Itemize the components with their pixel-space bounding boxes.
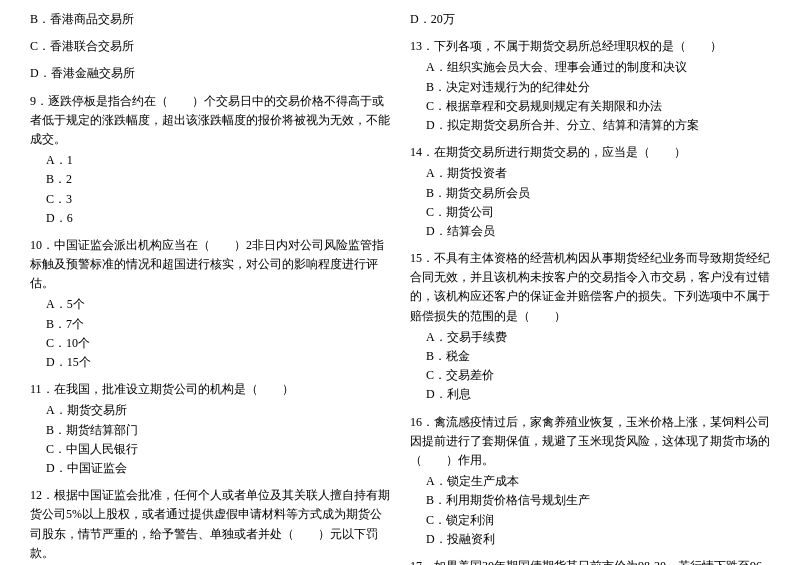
two-column-layout: B．香港商品交易所 C．香港联合交易所 D．香港金融交易所 9．逐跌停板是指合约… [30, 10, 770, 565]
question-9-text: 9．逐跌停板是指合约在（ ）个交易日中的交易价格不得高于或者低于规定的涨跌幅度，… [30, 92, 390, 150]
q15-option-b: B．税金 [426, 347, 770, 366]
question-10-options: A．5个 B．7个 C．10个 D．15个 [30, 295, 390, 372]
question-14-options: A．期货投资者 B．期货交易所会员 C．期货公司 D．结算会员 [410, 164, 770, 241]
question-16: 16．禽流感疫情过后，家禽养殖业恢复，玉米价格上涨，某饲料公司因提前进行了套期保… [410, 413, 770, 549]
question-12: 12．根据中国证监会批准，任何个人或者单位及其关联人擅自持有期货公司5%以上股权… [30, 486, 390, 565]
q13-option-d: D．拟定期货交易所合并、分立、结算和清算的方案 [426, 116, 770, 135]
q15-option-a: A．交易手续费 [426, 328, 770, 347]
q13-option-a: A．组织实施会员大会、理事会通过的制度和决议 [426, 58, 770, 77]
q13-option-b: B．决定对违规行为的纪律处分 [426, 78, 770, 97]
question-10-text: 10．中国证监会派出机构应当在（ ）2非日内对公司风险监管指标触及预警标准的情况… [30, 236, 390, 294]
question-11-text: 11．在我国，批准设立期货公司的机构是（ ） [30, 380, 390, 399]
exam-page: B．香港商品交易所 C．香港联合交易所 D．香港金融交易所 9．逐跌停板是指合约… [30, 10, 770, 565]
q14-option-b: B．期货交易所会员 [426, 184, 770, 203]
question-13-options: A．组织实施会员大会、理事会通过的制度和决议 B．决定对违规行为的纪律处分 C．… [410, 58, 770, 135]
q15-option-d: D．利息 [426, 385, 770, 404]
q10-option-b: B．7个 [46, 315, 390, 334]
q9-option-a: A．1 [46, 151, 390, 170]
question-12-text: 12．根据中国证监会批准，任何个人或者单位及其关联人擅自持有期货公司5%以上股权… [30, 486, 390, 563]
q16-option-a: A．锁定生产成本 [426, 472, 770, 491]
question-10: 10．中国证监会派出机构应当在（ ）2非日内对公司风险监管指标触及预警标准的情况… [30, 236, 390, 372]
q16-option-b: B．利用期货价格信号规划生产 [426, 491, 770, 510]
question-13-text: 13．下列各项，不属于期货交易所总经理职权的是（ ） [410, 37, 770, 56]
question-17-text: 17．如果美国30年期国债期货某日前市价为98-30，若行情下跌至96-10，客… [410, 557, 770, 565]
q11-option-c: C．中国人民银行 [46, 440, 390, 459]
q10-option-c: C．10个 [46, 334, 390, 353]
option-text: B．香港商品交易所 [30, 10, 390, 29]
q13-option-c: C．根据章程和交易规则规定有关期限和办法 [426, 97, 770, 116]
left-column: B．香港商品交易所 C．香港联合交易所 D．香港金融交易所 9．逐跌停板是指合约… [30, 10, 390, 565]
q11-option-a: A．期货交易所 [46, 401, 390, 420]
option-d-20: D．20万 [410, 10, 770, 29]
q11-option-b: B．期货结算部门 [46, 421, 390, 440]
option-text: C．香港联合交易所 [30, 37, 390, 56]
q14-option-a: A．期货投资者 [426, 164, 770, 183]
question-14-text: 14．在期货交易所进行期货交易的，应当是（ ） [410, 143, 770, 162]
question-15-text: 15．不具有主体资格的经营机构因从事期货经纪业务而导致期货经纪合同无效，并且该机… [410, 249, 770, 326]
option-c-hk-united: C．香港联合交易所 [30, 37, 390, 56]
q14-option-c: C．期货公司 [426, 203, 770, 222]
question-15: 15．不具有主体资格的经营机构因从事期货经纪业务而导致期货经纪合同无效，并且该机… [410, 249, 770, 405]
q14-option-d: D．结算会员 [426, 222, 770, 241]
question-17: 17．如果美国30年期国债期货某日前市价为98-30，若行情下跌至96-10，客… [410, 557, 770, 565]
question-14: 14．在期货交易所进行期货交易的，应当是（ ） A．期货投资者 B．期货交易所会… [410, 143, 770, 241]
q16-option-c: C．锁定利润 [426, 511, 770, 530]
q9-option-d: D．6 [46, 209, 390, 228]
question-9: 9．逐跌停板是指合约在（ ）个交易日中的交易价格不得高于或者低于规定的涨跌幅度，… [30, 92, 390, 228]
option-b-hk-commodity: B．香港商品交易所 [30, 10, 390, 29]
option-d-hk-finance: D．香港金融交易所 [30, 64, 390, 83]
question-13: 13．下列各项，不属于期货交易所总经理职权的是（ ） A．组织实施会员大会、理事… [410, 37, 770, 135]
question-11: 11．在我国，批准设立期货公司的机构是（ ） A．期货交易所 B．期货结算部门 … [30, 380, 390, 478]
q9-option-c: C．3 [46, 190, 390, 209]
q10-option-d: D．15个 [46, 353, 390, 372]
question-9-options: A．1 B．2 C．3 D．6 [30, 151, 390, 228]
q16-option-d: D．投融资利 [426, 530, 770, 549]
question-15-options: A．交易手续费 B．税金 C．交易差价 D．利息 [410, 328, 770, 405]
q11-option-d: D．中国证监会 [46, 459, 390, 478]
q15-option-c: C．交易差价 [426, 366, 770, 385]
right-column: D．20万 13．下列各项，不属于期货交易所总经理职权的是（ ） A．组织实施会… [410, 10, 770, 565]
option-text: D．20万 [410, 10, 770, 29]
q10-option-a: A．5个 [46, 295, 390, 314]
question-16-text: 16．禽流感疫情过后，家禽养殖业恢复，玉米价格上涨，某饲料公司因提前进行了套期保… [410, 413, 770, 471]
question-16-options: A．锁定生产成本 B．利用期货价格信号规划生产 C．锁定利润 D．投融资利 [410, 472, 770, 549]
option-text: D．香港金融交易所 [30, 64, 390, 83]
q9-option-b: B．2 [46, 170, 390, 189]
question-11-options: A．期货交易所 B．期货结算部门 C．中国人民银行 D．中国证监会 [30, 401, 390, 478]
